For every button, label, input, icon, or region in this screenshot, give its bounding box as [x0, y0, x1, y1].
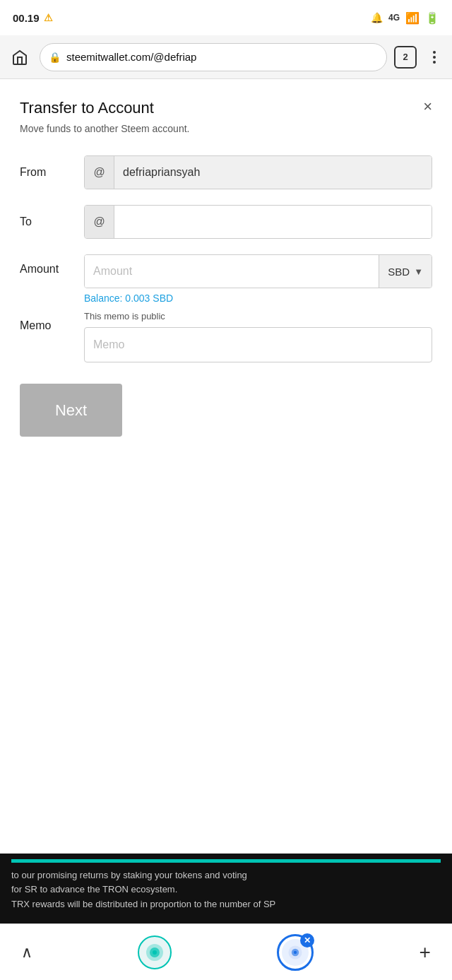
amount-label: Amount [20, 254, 73, 276]
from-row: From @ [20, 155, 432, 189]
browser-bar: 🔒 steemitwallet.com/@defriap 2 [0, 35, 452, 79]
from-input[interactable] [114, 156, 432, 189]
nav-active-icon[interactable]: ✕ [277, 934, 314, 971]
memo-row: Memo This memo is public [20, 311, 432, 362]
status-bar-right: 🔔 4G 📶 🔋 [371, 11, 439, 25]
from-at-prefix: @ [85, 156, 114, 189]
alarm-icon: 🔔 [371, 12, 383, 23]
amount-row: Amount SBD ▼ Balance: 0.003 SBD [20, 254, 432, 307]
to-input[interactable] [114, 206, 432, 238]
svg-point-2 [153, 950, 157, 955]
from-input-wrapper: @ [84, 155, 432, 189]
time-display: 00.19 [13, 12, 40, 24]
browser-menu-button[interactable] [424, 47, 445, 68]
to-input-wrapper: @ [84, 205, 432, 239]
currency-selector[interactable]: SBD ▼ [379, 255, 432, 288]
nav-close-badge[interactable]: ✕ [300, 933, 314, 947]
memo-label-col: Memo [20, 311, 73, 332]
battery-icon: 🔋 [425, 11, 439, 25]
close-button[interactable]: × [423, 99, 432, 114]
dialog-header: Transfer to Account × [20, 99, 432, 117]
amount-input[interactable] [85, 255, 379, 288]
nav-plus-button[interactable]: + [420, 941, 431, 964]
back-button[interactable]: ∧ [21, 943, 32, 962]
amount-right: SBD ▼ Balance: 0.003 SBD [84, 254, 432, 307]
status-bar-left: 00.19 ⚠ [13, 12, 53, 24]
next-button[interactable]: Next [20, 384, 122, 437]
dialog-title: Transfer to Account [20, 99, 154, 117]
home-button[interactable] [7, 45, 32, 70]
memo-input[interactable] [84, 327, 432, 362]
dialog-subtitle: Move funds to another Steem account. [20, 123, 432, 134]
wifi-icon: 📶 [405, 11, 420, 25]
url-bar[interactable]: 🔒 steemitwallet.com/@defriap [40, 43, 387, 71]
status-bar: 00.19 ⚠ 🔔 4G 📶 🔋 [0, 0, 452, 35]
promo-text: to our promising returns by staking your… [11, 868, 441, 912]
amount-input-wrap: SBD ▼ [84, 254, 432, 288]
to-label: To [20, 216, 73, 228]
tab-count-badge[interactable]: 2 [394, 46, 417, 69]
promo-bar: to our promising returns by staking your… [0, 854, 452, 923]
memo-public-note: This memo is public [84, 311, 432, 321]
url-text: steemitwallet.com/@defriap [66, 51, 196, 63]
warning-icon: ⚠ [44, 12, 53, 23]
page-content: Transfer to Account × Move funds to anot… [0, 79, 452, 910]
nav-steem-icon[interactable] [138, 935, 172, 969]
memo-label: Memo [20, 311, 73, 332]
from-label: From [20, 166, 73, 179]
bottom-nav: ∧ ✕ + [0, 923, 452, 980]
memo-right: This memo is public [84, 311, 432, 362]
signal-icon: 4G [388, 13, 400, 23]
promo-teal-line [11, 859, 441, 863]
to-at-prefix: @ [85, 206, 114, 238]
currency-label: SBD [388, 266, 410, 278]
currency-dropdown-arrow: ▼ [414, 266, 423, 277]
to-row: To @ [20, 205, 432, 239]
lock-icon: 🔒 [49, 52, 61, 63]
balance-display: Balance: 0.003 SBD [84, 293, 432, 304]
svg-point-5 [294, 950, 297, 953]
